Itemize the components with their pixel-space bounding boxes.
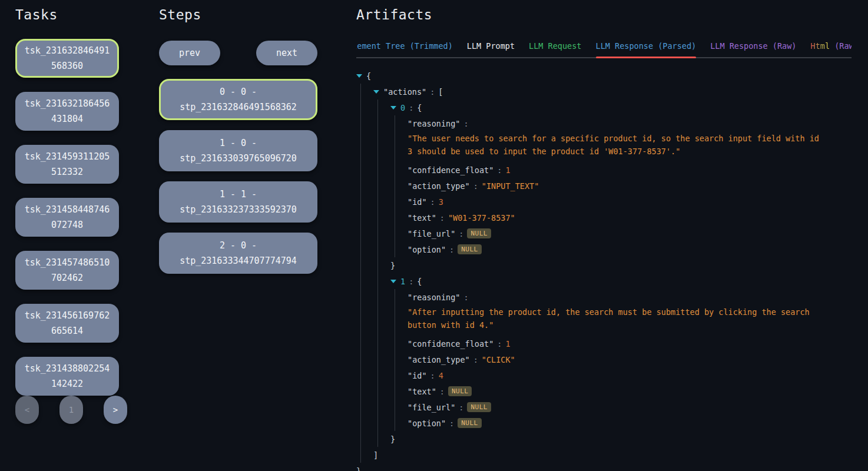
- json-close-row: }: [390, 431, 852, 447]
- json-key: "option": [408, 245, 446, 254]
- tab-html-raw-label: Html: [811, 41, 830, 51]
- steps-nav: prev next: [159, 41, 317, 65]
- pagination-next-button[interactable]: >: [104, 396, 127, 424]
- json-number-value: 4: [439, 371, 443, 380]
- json-index: 1: [400, 277, 405, 286]
- json-colon: :: [463, 293, 468, 302]
- json-key: "file_url": [408, 229, 455, 238]
- json-key-row: "confidence_float" : 1: [408, 162, 852, 178]
- json-close-row: }: [390, 257, 852, 273]
- json-string-value: "INPUT_TEXT": [482, 181, 539, 191]
- task-item[interactable]: tsk_231456169762665614: [15, 304, 119, 343]
- json-action1-children: "reasoning" : "After inputting the produ…: [395, 289, 852, 431]
- artifacts-title: Artifacts: [356, 7, 852, 22]
- json-colon: :: [409, 277, 413, 286]
- task-item[interactable]: tsk_231458448746072748: [15, 198, 119, 237]
- prev-step-button[interactable]: prev: [159, 41, 220, 65]
- steps-title: Steps: [159, 7, 317, 22]
- next-step-button[interactable]: next: [256, 41, 317, 65]
- json-action0-row: 0 : {: [390, 99, 852, 115]
- json-null-badge: NULL: [448, 386, 472, 396]
- json-key-row: "text" : NULL: [408, 383, 852, 399]
- json-colon: :: [449, 419, 454, 428]
- tab-html-raw[interactable]: Html (Raw): [811, 38, 852, 57]
- task-item[interactable]: tsk_231438802254142422: [15, 357, 119, 396]
- json-colon: :: [463, 119, 468, 128]
- step-item[interactable]: 2 - 0 - stp_231633344707774794: [159, 233, 317, 274]
- json-colon: :: [440, 387, 445, 396]
- json-key-row: "reasoning" :: [408, 289, 852, 305]
- collapse-icon[interactable]: [356, 74, 366, 78]
- json-open-bracket: [: [438, 87, 443, 97]
- task-item[interactable]: tsk_231459311205512332: [15, 145, 119, 184]
- tab-element-tree-trimmed[interactable]: Element Tree (Trimmed): [356, 38, 453, 57]
- json-colon: :: [459, 229, 463, 238]
- json-key: "action_type": [408, 355, 470, 364]
- json-colon: :: [497, 165, 502, 175]
- steps-panel: Steps prev next 0 - 0 - stp_231632846491…: [159, 7, 317, 284]
- json-number-value: 1: [505, 165, 510, 175]
- json-actions-children: 0 : { "reasoning" : "The user needs to s…: [377, 99, 852, 447]
- json-key: "text": [408, 387, 436, 396]
- step-item[interactable]: 1 - 1 - stp_231633237333592370: [159, 181, 317, 223]
- json-null-badge: NULL: [458, 418, 482, 428]
- collapse-icon[interactable]: [373, 90, 383, 94]
- json-root-row: {: [356, 68, 852, 84]
- json-key-row: "file_url" : NULL: [408, 399, 852, 415]
- task-item[interactable]: tsk_231457486510702462: [15, 251, 119, 290]
- task-item[interactable]: tsk_231632846491568360: [15, 39, 119, 78]
- tab-llm-prompt[interactable]: LLM Prompt: [467, 38, 515, 57]
- json-key-row: "confidence_float" : 1: [408, 336, 852, 351]
- tab-llm-response-parsed[interactable]: LLM Response (Parsed): [596, 38, 697, 57]
- json-colon: :: [473, 181, 478, 191]
- json-close-bracket: ]: [373, 450, 378, 460]
- json-key-row: "action_type" : "CLICK": [408, 351, 852, 367]
- json-colon: :: [449, 245, 454, 254]
- json-actions-row: "actions" : [: [373, 84, 852, 99]
- collapse-icon[interactable]: [390, 106, 400, 110]
- json-close-row: ]: [373, 447, 852, 463]
- json-key-row: "reasoning" :: [408, 115, 852, 131]
- json-close-brace: }: [390, 434, 395, 444]
- json-colon: :: [430, 197, 435, 207]
- step-item[interactable]: 1 - 0 - stp_231633039765096720: [159, 130, 317, 171]
- json-key-row: "id" : 4: [408, 367, 852, 383]
- artifacts-panel: Artifacts Element Tree (Trimmed) LLM Pro…: [356, 7, 852, 471]
- step-item[interactable]: 0 - 0 - stp_231632846491568362: [159, 79, 317, 120]
- json-key-row: "option" : NULL: [408, 415, 852, 431]
- tab-llm-response-raw[interactable]: LLM Response (Raw): [710, 38, 796, 57]
- json-colon: :: [440, 213, 445, 223]
- pagination-prev-button[interactable]: <: [15, 396, 39, 424]
- json-key: "reasoning": [408, 293, 460, 302]
- json-colon: :: [473, 355, 478, 364]
- json-colon: :: [497, 339, 502, 349]
- json-action0-children: "reasoning" : "The user needs to search …: [395, 115, 852, 257]
- json-index: 0: [400, 103, 405, 112]
- json-close-brace: }: [390, 261, 395, 270]
- json-viewer: { "actions" : [ 0 : { "reasoning": [356, 68, 852, 471]
- json-null-badge: NULL: [467, 228, 491, 238]
- json-key: "id": [408, 197, 427, 207]
- json-string-value: "CLICK": [482, 355, 515, 364]
- json-string-value: "The user needs to search for a specific…: [408, 132, 826, 158]
- pagination-page-button[interactable]: 1: [59, 396, 83, 424]
- collapse-icon[interactable]: [390, 280, 400, 283]
- json-string-value: "W01-377-8537": [448, 213, 515, 223]
- tab-llm-request[interactable]: LLM Request: [529, 38, 581, 57]
- json-open-brace: {: [417, 277, 422, 286]
- json-key-row: "file_url" : NULL: [408, 225, 852, 241]
- tasks-title: Tasks: [15, 7, 127, 22]
- json-action1-row: 1 : {: [390, 273, 852, 289]
- json-key: "actions": [383, 87, 426, 97]
- json-key-row: "action_type" : "INPUT_TEXT": [408, 178, 852, 194]
- json-key: "id": [408, 371, 427, 380]
- json-number-value: 1: [505, 339, 510, 349]
- json-colon: :: [409, 103, 413, 112]
- json-null-badge: NULL: [458, 244, 482, 254]
- task-list: tsk_231632846491568360 tsk_2316321864564…: [15, 39, 127, 396]
- json-key-row: "text" : "W01-377-8537": [408, 210, 852, 225]
- json-key: "confidence_float": [408, 165, 493, 175]
- task-item[interactable]: tsk_231632186456431804: [15, 92, 119, 131]
- json-colon: :: [430, 371, 435, 380]
- json-key-row: "option" : NULL: [408, 241, 852, 257]
